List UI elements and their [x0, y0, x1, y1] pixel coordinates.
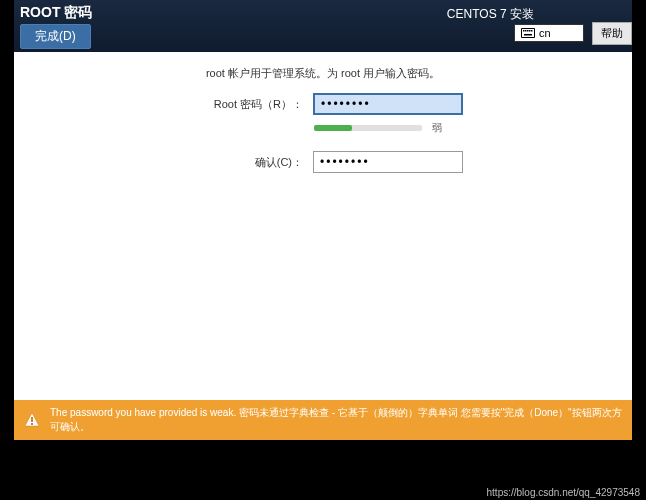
header-bar: ROOT 密码 完成(D) CENTOS 7 安装 cn 帮助 — [14, 0, 632, 52]
svg-rect-2 — [523, 30, 525, 32]
svg-rect-6 — [531, 30, 533, 32]
keyboard-icon — [521, 28, 535, 38]
strength-label: 弱 — [432, 121, 462, 135]
svg-rect-7 — [524, 34, 532, 36]
svg-rect-5 — [529, 30, 531, 32]
description-text: root 帐户用于管理系统。为 root 用户输入密码。 — [14, 66, 632, 81]
installer-label: CENTOS 7 安装 — [447, 6, 534, 23]
confirm-password-input[interactable] — [313, 151, 463, 173]
svg-rect-4 — [527, 30, 529, 32]
password-label: Root 密码（R）： — [183, 97, 303, 112]
confirm-label: 确认(C)： — [183, 155, 303, 170]
watermark-text: https://blog.csdn.net/qq_42973548 — [487, 487, 640, 498]
lang-code: cn — [539, 27, 551, 39]
help-button[interactable]: 帮助 — [592, 22, 632, 45]
content-area: root 帐户用于管理系统。为 root 用户输入密码。 Root 密码（R）：… — [14, 52, 632, 440]
keyboard-layout-selector[interactable]: cn — [514, 24, 584, 42]
warning-icon — [24, 412, 40, 428]
strength-fill — [314, 125, 352, 131]
done-button[interactable]: 完成(D) — [20, 24, 91, 49]
svg-rect-3 — [525, 30, 527, 32]
svg-rect-8 — [31, 417, 33, 422]
svg-rect-9 — [31, 423, 33, 425]
warning-text: The password you have provided is weak. … — [50, 406, 622, 434]
page-title: ROOT 密码 — [20, 4, 92, 22]
root-password-input[interactable] — [313, 93, 463, 115]
password-strength-bar — [314, 125, 422, 131]
warning-bar: The password you have provided is weak. … — [14, 400, 632, 440]
